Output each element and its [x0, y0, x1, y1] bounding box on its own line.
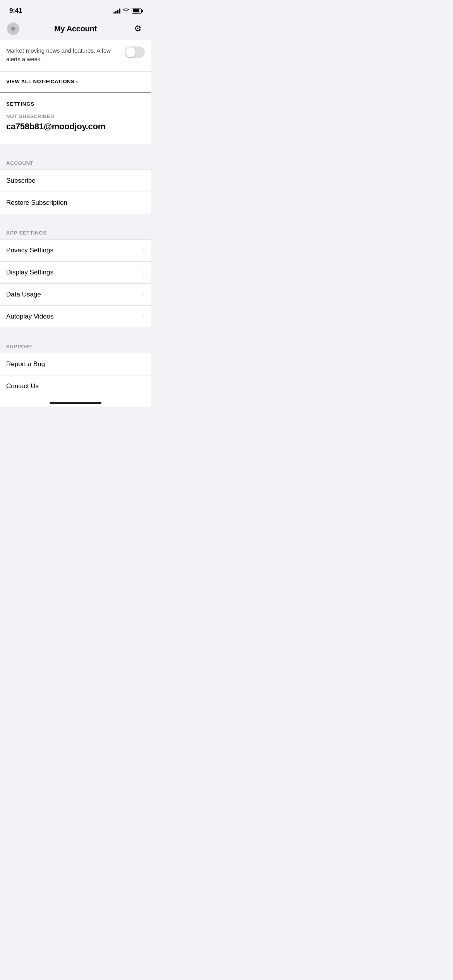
wifi-icon [123, 8, 129, 14]
view-all-notifications-link[interactable]: VIEW ALL NOTIFICATIONS › [6, 79, 145, 85]
subscribe-label: Subscribe [6, 177, 36, 185]
support-menu-group: Report a Bug Contact Us [0, 353, 151, 397]
report-bug-label: Report a Bug [6, 360, 45, 368]
autoplay-videos-item[interactable]: Autoplay Videos › [0, 306, 151, 327]
autoplay-videos-label: Autoplay Videos [6, 313, 54, 320]
report-bug-item[interactable]: Report a Bug [0, 353, 151, 375]
page-title: My Account [54, 24, 97, 33]
user-email: ca758b81@moodjoy.com [6, 122, 145, 132]
notification-snippet: Market-moving news and features. A few a… [0, 40, 151, 72]
back-button[interactable] [6, 22, 20, 36]
status-icons [113, 8, 142, 14]
chevron-right-privacy-icon: › [143, 247, 145, 254]
settings-label: SETTINGS [6, 101, 34, 107]
contact-us-item[interactable]: Contact Us [0, 375, 151, 397]
notification-toggle[interactable] [125, 46, 145, 58]
gray-separator-support [0, 327, 151, 337]
settings-section-header: SETTINGS [0, 93, 151, 110]
status-time: 9:41 [9, 7, 22, 15]
data-usage-label: Data Usage [6, 291, 41, 298]
contact-us-label: Contact Us [6, 382, 39, 390]
app-settings-label: APP SETTINGS [6, 230, 47, 236]
restore-subscription-label: Restore Subscription [6, 199, 67, 207]
chevron-right-data-icon: › [143, 291, 145, 298]
signal-bars-icon [113, 8, 120, 14]
app-settings-section-label-container: APP SETTINGS [0, 223, 151, 239]
chevron-right-display-icon: › [143, 269, 145, 276]
notification-description: Market-moving news and features. A few a… [6, 46, 125, 63]
account-label: ACCOUNT [6, 160, 34, 166]
privacy-settings-item[interactable]: Privacy Settings › [0, 240, 151, 262]
account-section-label-container: ACCOUNT [0, 153, 151, 170]
view-all-notifications-row[interactable]: VIEW ALL NOTIFICATIONS › [0, 72, 151, 92]
display-settings-label: Display Settings [6, 269, 53, 276]
chevron-right-autoplay-icon: › [143, 313, 145, 320]
restore-subscription-item[interactable]: Restore Subscription [0, 192, 151, 214]
chevron-right-icon: › [76, 79, 78, 85]
app-settings-menu-group: Privacy Settings › Display Settings › Da… [0, 239, 151, 327]
settings-gear-button[interactable]: ⚙ [131, 22, 145, 36]
battery-icon [132, 9, 142, 14]
privacy-settings-label: Privacy Settings [6, 247, 53, 254]
gray-separator-account [0, 144, 151, 153]
view-all-label: VIEW ALL NOTIFICATIONS [6, 79, 74, 84]
account-menu-group: Subscribe Restore Subscription [0, 170, 151, 214]
user-info-block: NOT SUBSCRIBED ca758b81@moodjoy.com [0, 110, 151, 144]
gear-icon: ⚙ [134, 24, 142, 34]
gray-separator-app-settings [0, 214, 151, 223]
nav-header: My Account ⚙ [0, 19, 151, 40]
home-indicator [50, 402, 101, 404]
display-settings-item[interactable]: Display Settings › [0, 262, 151, 284]
support-label-text: SUPPORT [6, 344, 33, 350]
subscription-status: NOT SUBSCRIBED [6, 113, 145, 119]
data-usage-item[interactable]: Data Usage › [0, 284, 151, 306]
subscribe-item[interactable]: Subscribe [0, 170, 151, 192]
home-indicator-container [0, 397, 151, 407]
status-bar: 9:41 [0, 0, 151, 19]
support-section-label-container: SUPPORT [0, 337, 151, 353]
